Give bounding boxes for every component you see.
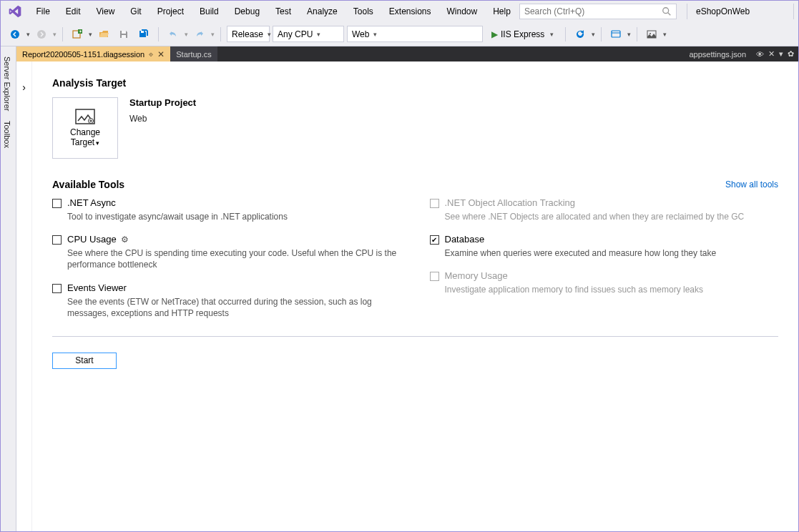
close-icon[interactable]: ✕ xyxy=(157,49,165,59)
separator xyxy=(565,27,566,41)
nav-forward-button[interactable] xyxy=(33,26,50,43)
tool-memory-usage: Memory Usage Investigate application mem… xyxy=(430,270,779,295)
menu-help[interactable]: Help xyxy=(486,4,518,19)
expand-chevron-icon[interactable]: › xyxy=(22,82,26,531)
tool-events-viewer: Events Viewer See the events (ETW or Net… xyxy=(52,282,401,319)
svg-line-1 xyxy=(668,13,671,16)
menu-analyze[interactable]: Analyze xyxy=(300,4,345,19)
svg-text:✦: ✦ xyxy=(79,29,82,33)
svg-point-13 xyxy=(650,33,651,34)
run-button[interactable]: ▶ IIS Express ▾ xyxy=(486,26,559,43)
svg-rect-9 xyxy=(141,31,144,33)
gear-icon[interactable]: ⚙ xyxy=(121,235,129,245)
separator xyxy=(637,27,637,41)
vs-logo-icon xyxy=(5,1,24,21)
svg-rect-7 xyxy=(122,31,126,34)
side-panels: Server Explorer Toolbox xyxy=(1,46,16,531)
toolbar: ▾ ▾ ✦ ▾ ▾ ▾ Release▾ Any CPU▾ Web▾ ▶ IIS… xyxy=(1,22,798,46)
document-tabs: Report20200505-1151.diagsession ⟐ ✕ Star… xyxy=(16,46,798,61)
target-info: Startup Project Web xyxy=(129,97,196,159)
menu-bar: File Edit View Git Project Build Debug T… xyxy=(1,1,798,22)
cpu-usage-checkbox[interactable] xyxy=(52,235,62,245)
separator xyxy=(62,27,63,41)
menu-file[interactable]: File xyxy=(29,4,57,19)
search-box[interactable] xyxy=(519,4,677,19)
tab-settings-icon[interactable]: ✿ xyxy=(788,49,794,59)
svg-point-2 xyxy=(11,30,19,39)
browser-refresh-button[interactable] xyxy=(572,26,589,43)
undo-button[interactable] xyxy=(165,26,182,43)
menu-debug[interactable]: Debug xyxy=(227,4,267,19)
close-preview-icon[interactable]: ✕ xyxy=(768,49,775,59)
tab-appsettings[interactable]: appsettings.json xyxy=(684,50,753,59)
svg-point-3 xyxy=(37,30,46,39)
menu-git[interactable]: Git xyxy=(123,4,148,19)
save-all-button[interactable] xyxy=(135,26,152,43)
open-file-button[interactable] xyxy=(95,26,112,43)
menu-project[interactable]: Project xyxy=(150,4,191,19)
svg-rect-8 xyxy=(122,35,126,38)
separator xyxy=(601,27,602,41)
play-icon: ▶ xyxy=(491,29,498,39)
menu-view[interactable]: View xyxy=(89,4,122,19)
tool-net-async: .NET Async Tool to investigate async/awa… xyxy=(52,197,401,222)
menu-test[interactable]: Test xyxy=(268,4,298,19)
redo-button[interactable] xyxy=(191,26,208,43)
separator xyxy=(220,27,221,41)
tool-cpu-usage: CPU Usage⚙ See where the CPU is spending… xyxy=(52,234,401,270)
new-project-button[interactable]: ✦ xyxy=(69,26,86,43)
start-button[interactable]: Start xyxy=(52,353,117,369)
collapse-gutter: › xyxy=(16,61,32,531)
image-preview-button[interactable] xyxy=(643,26,660,43)
server-explorer-tab[interactable]: Server Explorer xyxy=(1,52,16,115)
search-input[interactable] xyxy=(524,6,662,16)
nav-back-button[interactable] xyxy=(6,26,24,43)
browser-link-button[interactable] xyxy=(607,26,624,43)
image-icon xyxy=(75,109,95,124)
solution-name[interactable]: eShopOnWeb xyxy=(687,4,794,19)
menu-edit[interactable]: Edit xyxy=(59,4,88,19)
analysis-target-heading: Analysis Target xyxy=(52,77,778,89)
events-viewer-checkbox[interactable] xyxy=(52,284,62,293)
menu-window[interactable]: Window xyxy=(440,4,485,19)
menu-build[interactable]: Build xyxy=(192,4,226,19)
target-name: Web xyxy=(129,114,196,124)
preview-tab-icon[interactable]: 👁 xyxy=(756,50,764,59)
config-combo[interactable]: Release▾ xyxy=(227,26,270,42)
tab-dropdown-icon[interactable]: ▾ xyxy=(779,49,783,59)
target-title: Startup Project xyxy=(129,97,196,108)
separator xyxy=(158,27,159,41)
svg-point-0 xyxy=(663,8,669,14)
pin-icon[interactable]: ⟐ xyxy=(149,50,153,58)
platform-combo[interactable]: Any CPU▾ xyxy=(273,26,344,42)
tool-object-allocation: .NET Object Allocation Tracking See wher… xyxy=(430,197,779,222)
save-button[interactable] xyxy=(115,26,132,43)
tab-diagsession[interactable]: Report20200505-1151.diagsession ⟐ ✕ xyxy=(16,46,170,61)
menu-extensions[interactable]: Extensions xyxy=(382,4,438,19)
show-all-tools-link[interactable]: Show all tools xyxy=(725,179,778,189)
object-allocation-checkbox xyxy=(430,199,439,208)
net-async-checkbox[interactable] xyxy=(52,199,62,208)
startup-project-combo[interactable]: Web▾ xyxy=(347,26,483,42)
tool-database: ✔ Database Examine when queries were exe… xyxy=(430,234,779,259)
menu-tools[interactable]: Tools xyxy=(346,4,381,19)
tab-startup[interactable]: Startup.cs xyxy=(170,46,217,61)
search-icon xyxy=(662,6,672,16)
toolbox-tab[interactable]: Toolbox xyxy=(1,117,16,152)
svg-rect-10 xyxy=(612,31,620,37)
change-target-button[interactable]: ChangeTarget▾ xyxy=(52,97,118,159)
memory-usage-checkbox xyxy=(430,272,439,281)
available-tools-heading: Available Tools xyxy=(52,179,124,190)
database-checkbox[interactable]: ✔ xyxy=(430,235,439,245)
